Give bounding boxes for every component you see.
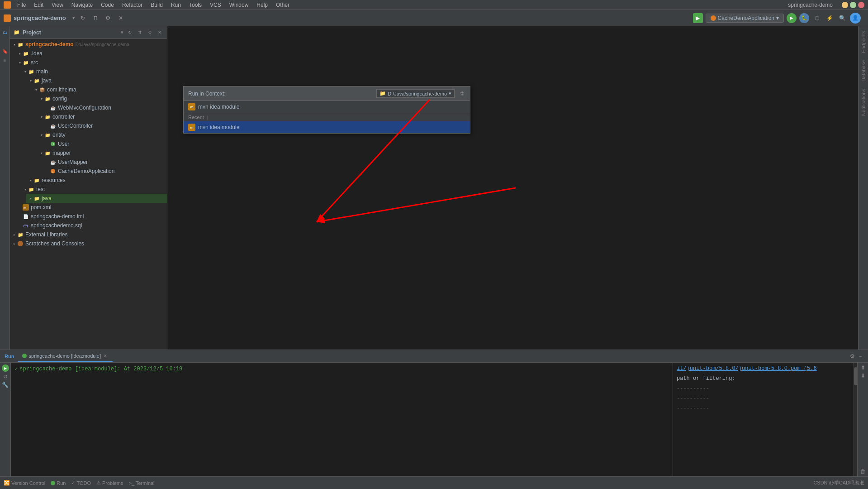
tree-test[interactable]: ▾ 📁 test — [21, 185, 167, 194]
menu-build[interactable]: Build — [147, 1, 166, 9]
menu-tools[interactable]: Tools — [185, 1, 205, 9]
recent-label: Recent — [188, 115, 204, 120]
tree-webmvc[interactable]: ☕ WebMvcConfiguration — [43, 103, 167, 112]
settings-button[interactable]: ⚙ — [103, 13, 113, 23]
rerun-btn[interactable]: ↺ — [3, 374, 8, 380]
tab-close-btn[interactable]: ✕ — [103, 353, 108, 359]
tree-main[interactable]: ▾ 📁 main — [21, 67, 167, 76]
structure-sidebar-icon[interactable]: ≡ — [1, 56, 9, 64]
right-scrollbar[interactable] — [854, 363, 857, 476]
run-divider-3: ---------- — [677, 405, 850, 412]
todo-tab[interactable]: ✓ TODO — [71, 480, 91, 486]
project-collapse-btn[interactable]: ⇈ — [136, 29, 143, 36]
folder-icon: 📁 — [379, 91, 386, 96]
popup-item-2[interactable]: m mvn idea:module — [184, 121, 470, 133]
profile-button[interactable]: ⚡ — [825, 13, 835, 23]
window-controls — [842, 2, 864, 8]
bottom-tabs: Run springcache-demo [idea:module] ✕ ⚙ − — [0, 350, 868, 363]
menu-view[interactable]: View — [48, 1, 67, 9]
tree-java-test[interactable]: ▸ 📁 java — [26, 194, 167, 203]
tree-java[interactable]: ▾ 📁 java — [26, 76, 167, 85]
window-title: springcache-demo — [788, 2, 833, 8]
run-play-btn[interactable]: ▶ — [2, 364, 9, 372]
settings-icon[interactable]: ⚙ — [849, 353, 855, 360]
root-label: springcache-demo — [25, 41, 74, 48]
menu-help[interactable]: Help — [253, 1, 271, 9]
menu-code[interactable]: Code — [97, 1, 118, 9]
collapse-button[interactable]: ⇈ — [90, 13, 100, 23]
close-button[interactable] — [858, 2, 864, 8]
run-right-toolbar: ⬆ ⬇ 🗑 — [857, 363, 868, 476]
project-dropdown[interactable]: ▾ — [72, 15, 75, 21]
menu-navigate[interactable]: Navigate — [68, 1, 96, 9]
tree-entity[interactable]: ▾ 📁 entity — [37, 130, 167, 139]
coverage-button[interactable]: ⬡ — [812, 13, 822, 23]
maximize-button[interactable] — [850, 2, 856, 8]
tree-sql[interactable]: 🗃 springcachedemo.sql — [15, 221, 167, 230]
tree-config[interactable]: ▾ 📁 config — [37, 94, 167, 103]
tree-resources[interactable]: ▸ 📁 resources — [26, 176, 167, 185]
bookmark-sidebar-icon[interactable]: 🔖 — [1, 47, 9, 55]
tree-src[interactable]: ▾ 📁 src — [15, 58, 167, 67]
minimize-button[interactable] — [842, 2, 848, 8]
tree-com-itheima[interactable]: ▾ 📦 com.itheima — [32, 85, 167, 94]
sync-button[interactable]: ↻ — [78, 13, 88, 23]
popup-item-1[interactable]: m mvn idea:module — [184, 101, 470, 113]
run-config-selector[interactable]: CacheDemoApplication ▾ — [706, 14, 784, 23]
run-green-button[interactable]: ▶ — [693, 13, 703, 23]
run-tab-active[interactable]: springcache-demo [idea:module] ✕ — [18, 350, 113, 362]
terminal-tab[interactable]: >_ Terminal — [128, 480, 154, 486]
bottom-content: ▶ ↺ 🔧 ✓ springcache-demo [idea:module]: … — [0, 363, 868, 476]
popup-recent-separator: Recent — [184, 113, 470, 121]
project-settings-btn[interactable]: ⚙ — [146, 29, 153, 36]
project-sidebar-icon[interactable]: 🗂 — [1, 28, 9, 36]
run-button[interactable]: ▶ — [787, 13, 797, 23]
align-bottom-btn[interactable]: ⬇ — [861, 373, 865, 379]
run-output-path: path or filtering: — [677, 375, 850, 382]
tree-idea[interactable]: ▸ 📁 .idea — [15, 49, 167, 58]
tree-iml[interactable]: 📄 springcache-demo.iml — [15, 212, 167, 221]
popup-item-1-label: mvn idea:module — [198, 104, 239, 110]
debug-button[interactable]: 🐛 — [799, 13, 809, 23]
tree-scratches[interactable]: ▸ Scratches and Consoles — [10, 239, 167, 248]
run-status-tab[interactable]: Run — [51, 480, 66, 486]
tree-cache-demo-app[interactable]: C CacheDemoApplication — [43, 167, 167, 176]
wrench-btn[interactable]: 🔧 — [2, 382, 9, 388]
app-icon — [4, 1, 11, 9]
mvn-icon-1: m — [188, 103, 195, 110]
project-panel-dropdown[interactable]: ▾ — [121, 29, 123, 35]
close-panel-button[interactable]: ✕ — [116, 13, 126, 23]
menu-edit[interactable]: Edit — [30, 1, 47, 9]
terminal-icon: >_ — [128, 480, 134, 486]
user-avatar[interactable]: 👤 — [850, 13, 861, 24]
tree-user-mapper[interactable]: ☕ UserMapper — [43, 158, 167, 167]
delete-btn[interactable]: 🗑 — [860, 468, 866, 475]
menu-file[interactable]: File — [14, 1, 29, 9]
filter-btn[interactable]: ⚗ — [458, 90, 465, 97]
menu-refactor[interactable]: Refactor — [119, 1, 146, 9]
tree-user-controller[interactable]: ☕ UserController — [43, 121, 167, 130]
project-sync-btn[interactable]: ↻ — [126, 29, 133, 36]
tree-external-libs[interactable]: ▸ 📁 External Libraries — [10, 230, 167, 239]
minimize-panel-btn[interactable]: − — [857, 353, 863, 360]
align-top-btn[interactable]: ⬆ — [861, 364, 865, 371]
tree-user[interactable]: U User — [43, 139, 167, 149]
menu-window[interactable]: Window — [226, 1, 252, 9]
tree-pom-xml[interactable]: m pom.xml — [15, 203, 167, 212]
menu-vcs[interactable]: VCS — [206, 1, 225, 9]
project-close-btn[interactable]: ✕ — [156, 29, 163, 36]
endpoints-tab[interactable]: Endpoints — [859, 28, 868, 56]
tree-root[interactable]: ▾ 📁 springcache-demo D:/Java/springcache… — [10, 40, 167, 49]
popup-path[interactable]: 📁 D:/Java/springcache-demo ▾ — [376, 89, 455, 98]
version-control-tab[interactable]: 🔀 Version Control — [4, 480, 45, 486]
menu-run[interactable]: Run — [167, 1, 185, 9]
notifications-tab[interactable]: Notifications — [859, 86, 868, 119]
search-button[interactable]: 🔍 — [837, 13, 847, 23]
run-in-context-popup: Run in Context: 📁 D:/Java/springcache-de… — [183, 86, 470, 134]
run-output-link[interactable]: it/junit-bom/5.8.0/junit-bom-5.8.0.pom (… — [677, 365, 850, 372]
tree-mapper[interactable]: ▾ 📁 mapper — [37, 149, 167, 158]
problems-tab[interactable]: ⚠ Problems — [96, 480, 123, 486]
menu-other[interactable]: Other — [272, 1, 293, 9]
tree-controller[interactable]: ▾ 📁 controller — [37, 112, 167, 121]
database-tab[interactable]: Database — [859, 58, 868, 84]
